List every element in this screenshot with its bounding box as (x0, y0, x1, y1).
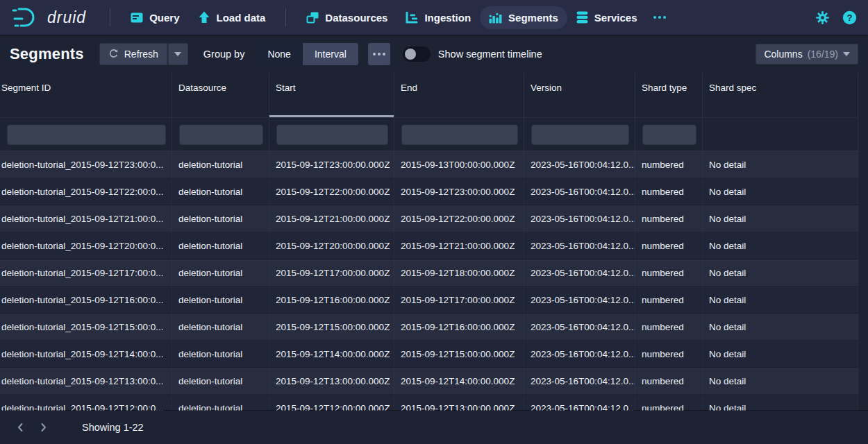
toolbar-more-button[interactable] (368, 43, 390, 65)
column-header-start[interactable]: Start (269, 73, 394, 117)
refresh-button[interactable]: Refresh (99, 43, 167, 65)
cell-segment-id[interactable]: deletion-tutorial_2015-09-12T22:00:0... (0, 178, 172, 205)
cell-shard-spec[interactable]: No detail (703, 178, 858, 205)
cell-segment-id[interactable]: deletion-tutorial_2015-09-12T15:00:0... (0, 314, 172, 340)
filter-input-segment-id[interactable] (7, 124, 166, 145)
cell-shard-spec[interactable]: No detail (703, 287, 858, 313)
cell-end[interactable]: 2015-09-12T18:00:00.000Z (394, 259, 524, 286)
cell-end[interactable]: 2015-09-12T17:00:00.000Z (394, 287, 524, 313)
cell-datasource[interactable]: deletion-tutorial (172, 368, 269, 394)
cell-segment-id[interactable]: deletion-tutorial_2015-09-12T20:00:0... (0, 232, 172, 259)
nav-item-ingestion[interactable]: Ingestion (397, 6, 480, 29)
nav-item-query[interactable]: Query (122, 6, 188, 29)
cell-shard-spec[interactable]: No detail (703, 205, 858, 232)
table-row[interactable]: deletion-tutorial_2015-09-12T12:00:0...d… (0, 395, 858, 411)
settings-button[interactable] (815, 10, 830, 25)
segment-timeline-toggle[interactable] (403, 46, 431, 62)
nav-item-load-data[interactable]: Load data (189, 6, 275, 29)
nav-more-button[interactable] (646, 10, 673, 24)
cell-datasource[interactable]: deletion-tutorial (172, 259, 269, 286)
cell-version[interactable]: 2023-05-16T00:04:12.0... (524, 314, 635, 340)
cell-datasource[interactable]: deletion-tutorial (172, 341, 269, 367)
cell-segment-id[interactable]: deletion-tutorial_2015-09-12T17:00:0... (0, 259, 172, 286)
cell-start[interactable]: 2015-09-12T13:00:00.000Z (269, 368, 394, 394)
help-button[interactable]: ? (842, 10, 857, 25)
cell-datasource[interactable]: deletion-tutorial (172, 205, 269, 232)
table-row[interactable]: deletion-tutorial_2015-09-12T23:00:0...d… (0, 151, 858, 178)
cell-version[interactable]: 2023-05-16T00:04:12.0... (524, 205, 635, 232)
cell-start[interactable]: 2015-09-12T15:00:00.000Z (269, 314, 394, 340)
cell-start[interactable]: 2015-09-12T20:00:00.000Z (269, 232, 394, 259)
cell-shard-spec[interactable]: No detail (703, 151, 858, 178)
cell-version[interactable]: 2023-05-16T00:04:12.0... (524, 151, 635, 178)
cell-end[interactable]: 2015-09-12T14:00:00.000Z (394, 368, 524, 394)
cell-datasource[interactable]: deletion-tutorial (172, 232, 269, 259)
cell-shard-spec[interactable]: No detail (703, 259, 858, 286)
cell-datasource[interactable]: deletion-tutorial (172, 178, 269, 205)
cell-shard-type[interactable]: numbered (635, 395, 703, 411)
cell-version[interactable]: 2023-05-16T00:04:12.0... (524, 259, 635, 286)
column-header-end[interactable]: End (394, 73, 524, 117)
filter-input-version[interactable] (531, 124, 629, 145)
next-page-button[interactable] (33, 417, 54, 438)
cell-version[interactable]: 2023-05-16T00:04:12.0... (524, 287, 635, 313)
cell-start[interactable]: 2015-09-12T12:00:00.000Z (269, 395, 394, 411)
cell-datasource[interactable]: deletion-tutorial (172, 151, 269, 178)
cell-datasource[interactable]: deletion-tutorial (172, 314, 269, 340)
column-header-segment-id[interactable]: Segment ID (0, 73, 172, 117)
table-row[interactable]: deletion-tutorial_2015-09-12T14:00:0...d… (0, 341, 858, 368)
cell-end[interactable]: 2015-09-12T23:00:00.000Z (394, 178, 524, 205)
table-row[interactable]: deletion-tutorial_2015-09-12T21:00:0...d… (0, 205, 858, 232)
cell-start[interactable]: 2015-09-12T16:00:00.000Z (269, 287, 394, 313)
cell-shard-type[interactable]: numbered (635, 368, 703, 394)
table-row[interactable]: deletion-tutorial_2015-09-12T17:00:0...d… (0, 259, 858, 287)
cell-segment-id[interactable]: deletion-tutorial_2015-09-12T21:00:0... (0, 205, 172, 232)
nav-item-segments[interactable]: Segments (480, 6, 567, 29)
cell-shard-type[interactable]: numbered (635, 314, 703, 340)
cell-end[interactable]: 2015-09-12T22:00:00.000Z (394, 205, 524, 232)
cell-version[interactable]: 2023-05-16T00:04:12.0... (524, 368, 635, 394)
filter-input-start[interactable] (276, 124, 388, 145)
cell-shard-type[interactable]: numbered (635, 341, 703, 367)
cell-end[interactable]: 2015-09-12T21:00:00.000Z (394, 232, 524, 259)
cell-end[interactable]: 2015-09-12T13:00:00.000Z (394, 395, 524, 411)
refresh-interval-dropdown[interactable] (167, 43, 188, 65)
cell-version[interactable]: 2023-05-16T00:04:12.0... (524, 178, 635, 205)
cell-shard-spec[interactable]: No detail (703, 368, 858, 394)
cell-datasource[interactable]: deletion-tutorial (172, 395, 269, 411)
cell-end[interactable]: 2015-09-12T15:00:00.000Z (394, 341, 524, 367)
table-row[interactable]: deletion-tutorial_2015-09-12T13:00:0...d… (0, 368, 858, 395)
cell-shard-type[interactable]: numbered (635, 259, 703, 286)
cell-shard-type[interactable]: numbered (635, 287, 703, 313)
cell-shard-type[interactable]: numbered (635, 178, 703, 205)
cell-end[interactable]: 2015-09-13T00:00:00.000Z (394, 151, 524, 178)
cell-shard-spec[interactable]: No detail (703, 341, 858, 367)
column-header-shard-type[interactable]: Shard type (635, 73, 703, 117)
nav-item-datasources[interactable]: Datasources (297, 6, 397, 29)
cell-segment-id[interactable]: deletion-tutorial_2015-09-12T23:00:0... (0, 151, 172, 178)
column-header-shard-spec[interactable]: Shard spec (703, 73, 858, 117)
filter-input-datasource[interactable] (179, 124, 263, 145)
column-header-version[interactable]: Version (524, 73, 635, 117)
cell-start[interactable]: 2015-09-12T14:00:00.000Z (269, 341, 394, 367)
group-by-none-button[interactable]: None (256, 43, 302, 65)
table-row[interactable]: deletion-tutorial_2015-09-12T16:00:0...d… (0, 287, 858, 314)
cell-version[interactable]: 2023-05-16T00:04:12.0... (524, 395, 635, 411)
columns-dropdown-button[interactable]: Columns (16/19) (756, 44, 858, 65)
cell-shard-spec[interactable]: No detail (703, 232, 858, 259)
cell-segment-id[interactable]: deletion-tutorial_2015-09-12T16:00:0... (0, 287, 172, 313)
table-row[interactable]: deletion-tutorial_2015-09-12T22:00:0...d… (0, 178, 858, 205)
brand[interactable]: druid (10, 6, 86, 29)
cell-start[interactable]: 2015-09-12T22:00:00.000Z (269, 178, 394, 205)
prev-page-button[interactable] (10, 417, 31, 438)
cell-version[interactable]: 2023-05-16T00:04:12.0... (524, 341, 635, 367)
column-header-datasource[interactable]: Datasource (172, 73, 269, 117)
filter-input-end[interactable] (401, 124, 518, 145)
cell-version[interactable]: 2023-05-16T00:04:12.0... (524, 232, 635, 259)
cell-shard-type[interactable]: numbered (635, 151, 703, 178)
cell-start[interactable]: 2015-09-12T23:00:00.000Z (269, 151, 394, 178)
cell-segment-id[interactable]: deletion-tutorial_2015-09-12T12:00:0... (0, 395, 172, 411)
filter-input-shard-type[interactable] (642, 124, 696, 145)
cell-segment-id[interactable]: deletion-tutorial_2015-09-12T14:00:0... (0, 341, 172, 367)
cell-datasource[interactable]: deletion-tutorial (172, 287, 269, 313)
